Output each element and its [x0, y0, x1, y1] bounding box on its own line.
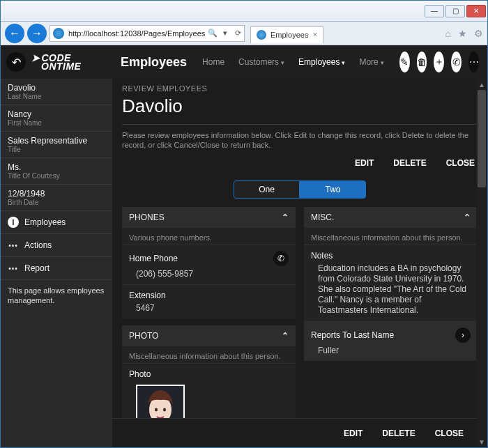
- home-phone-row: Home Phone ✆ (206) 555-9857: [122, 245, 296, 284]
- photo-panel-header[interactable]: PHOTO: [122, 325, 296, 346]
- summary-field-birthdate[interactable]: 12/8/1948 Birth Date: [1, 185, 112, 211]
- close-action[interactable]: CLOSE: [446, 158, 475, 168]
- summary-field-lastname[interactable]: Davolio Last Name: [1, 79, 112, 105]
- address-bar[interactable]: 🔍 ▾ ⟳: [49, 25, 245, 42]
- ie-icon: [53, 28, 64, 39]
- nav-customers[interactable]: Customers: [233, 57, 290, 67]
- add-button[interactable]: ＋: [434, 52, 444, 72]
- scroll-thumb[interactable]: [478, 90, 486, 187]
- more-button[interactable]: ⋯: [468, 52, 479, 72]
- chevron-right-icon: ›: [455, 327, 471, 343]
- action-row-top: EDIT DELETE CLOSE: [122, 150, 478, 176]
- close-action-bottom[interactable]: CLOSE: [435, 428, 464, 438]
- tab-one[interactable]: One: [234, 180, 300, 199]
- phones-panel: PHONES Various phone numbers. Home Phone…: [122, 207, 296, 318]
- app-root: ↶ CODE ONTIME Davolio Last Name Nancy Fi…: [1, 45, 487, 447]
- sidebar-item-actions[interactable]: Actions: [1, 234, 112, 257]
- tab-two[interactable]: Two: [300, 180, 366, 199]
- summary-field-title[interactable]: Sales Representative Title: [1, 132, 112, 158]
- page-title: Davolio: [122, 95, 478, 117]
- main: Employees Home Customers Employees More …: [112, 45, 487, 447]
- delete-action[interactable]: DELETE: [393, 158, 426, 168]
- content: REVIEW EMPLOYEES Davolio Please review e…: [112, 79, 487, 447]
- chevron-down-icon: [279, 57, 284, 67]
- photo-label: Photo: [129, 369, 151, 379]
- svg-point-3: [163, 408, 166, 412]
- sidebar-item-report[interactable]: Report: [1, 257, 112, 280]
- extension-label: Extension: [129, 291, 166, 300]
- top-navbar: Employees Home Customers Employees More …: [112, 45, 487, 79]
- nav-home[interactable]: Home: [197, 57, 230, 67]
- extension-value: 5467: [129, 303, 289, 313]
- phone-icon[interactable]: ✆: [273, 251, 289, 266]
- navbar-title: Employees: [121, 55, 187, 70]
- window-maximize-button[interactable]: ▢: [445, 5, 465, 17]
- nav-employees[interactable]: Employees: [293, 57, 351, 67]
- window-titlebar: — ▢ ✕: [1, 1, 487, 22]
- misc-panel-header[interactable]: MISC.: [304, 207, 478, 228]
- url-input[interactable]: [67, 29, 206, 38]
- columns: PHONES Various phone numbers. Home Phone…: [122, 207, 478, 447]
- sidebar-note: This page allows employees management.: [1, 280, 112, 311]
- right-column: MISC. Miscellaneous information about th…: [304, 207, 478, 447]
- window-minimize-button[interactable]: —: [425, 5, 444, 17]
- browser-tab-employees[interactable]: Employees ×: [250, 26, 323, 43]
- sidebar-item-label: Actions: [24, 240, 52, 250]
- scroll-down-icon[interactable]: ▼: [476, 436, 487, 447]
- app-back-button[interactable]: ↶: [6, 52, 26, 72]
- tab-favicon-icon: [257, 30, 266, 40]
- vertical-scrollbar[interactable]: ▲ ▼: [476, 79, 487, 447]
- reports-to-row[interactable]: Reports To Last Name › Fuller: [304, 321, 478, 361]
- home-phone-value: (206) 555-9857: [129, 269, 289, 279]
- misc-panel: MISC. Miscellaneous information about th…: [304, 207, 478, 361]
- collapse-icon: [282, 213, 289, 222]
- sidebar-header: ↶ CODE ONTIME: [1, 45, 112, 79]
- window-close-button[interactable]: ✕: [466, 5, 486, 17]
- home-icon[interactable]: ⌂: [445, 28, 451, 39]
- search-dropdown-icon[interactable]: 🔍: [206, 29, 219, 38]
- notes-row: Notes Education includes a BA in psychol…: [304, 245, 478, 321]
- sidebar-item-employees[interactable]: i Employees: [1, 211, 112, 234]
- summary-field-courtesy[interactable]: Ms. Title Of Courtesy: [1, 158, 112, 185]
- svg-point-2: [155, 408, 158, 412]
- extension-row: Extension 5467: [122, 284, 296, 318]
- tab-strip: Employees ×: [250, 24, 323, 43]
- browser-back-button[interactable]: ←: [5, 24, 24, 43]
- delete-button[interactable]: 🗑: [417, 52, 427, 72]
- nav-more[interactable]: More: [353, 57, 389, 67]
- url-dropdown-icon[interactable]: ▾: [219, 29, 231, 38]
- photo-note: Miscellaneous information about this per…: [122, 346, 296, 363]
- scroll-track[interactable]: [476, 90, 487, 436]
- divider: [122, 124, 478, 125]
- browser-right-icons: ⌂ ★ ⚙: [445, 28, 483, 39]
- tools-icon[interactable]: ⚙: [474, 28, 483, 39]
- call-button[interactable]: ✆: [451, 52, 462, 72]
- dots-icon: [8, 240, 19, 251]
- notes-label: Notes: [311, 251, 333, 261]
- dots-icon: [8, 263, 19, 274]
- home-phone-label: Home Phone: [129, 254, 178, 263]
- action-row-bottom: EDIT DELETE CLOSE: [112, 418, 476, 447]
- sidebar: ↶ CODE ONTIME Davolio Last Name Nancy Fi…: [1, 45, 112, 447]
- edit-action-bottom[interactable]: EDIT: [344, 428, 363, 438]
- reports-to-value: Fuller: [311, 346, 471, 355]
- edit-button[interactable]: ✎: [399, 52, 410, 72]
- favorites-icon[interactable]: ★: [458, 28, 467, 39]
- tab-close-icon[interactable]: ×: [312, 30, 317, 40]
- collapse-icon: [282, 331, 289, 341]
- browser-toolbar: ← → 🔍 ▾ ⟳ Employees × ⌂ ★ ⚙: [1, 22, 487, 45]
- scroll-up-icon[interactable]: ▲: [476, 79, 487, 90]
- summary-field-firstname[interactable]: Nancy First Name: [1, 105, 112, 132]
- reports-to-label: Reports To Last Name: [311, 330, 394, 340]
- refresh-icon[interactable]: ⟳: [231, 29, 244, 38]
- breadcrumb: REVIEW EMPLOYEES: [122, 84, 478, 93]
- app-logo: CODE ONTIME: [31, 54, 81, 70]
- delete-action-bottom[interactable]: DELETE: [382, 428, 415, 438]
- help-text: Please review employees information belo…: [122, 130, 478, 150]
- notes-value: Education includes a BA in psychology fr…: [311, 263, 471, 316]
- phones-panel-header[interactable]: PHONES: [122, 207, 296, 228]
- sidebar-item-label: Report: [24, 263, 49, 273]
- collapse-icon: [464, 213, 471, 222]
- edit-action[interactable]: EDIT: [355, 158, 374, 168]
- browser-forward-button[interactable]: →: [27, 24, 47, 43]
